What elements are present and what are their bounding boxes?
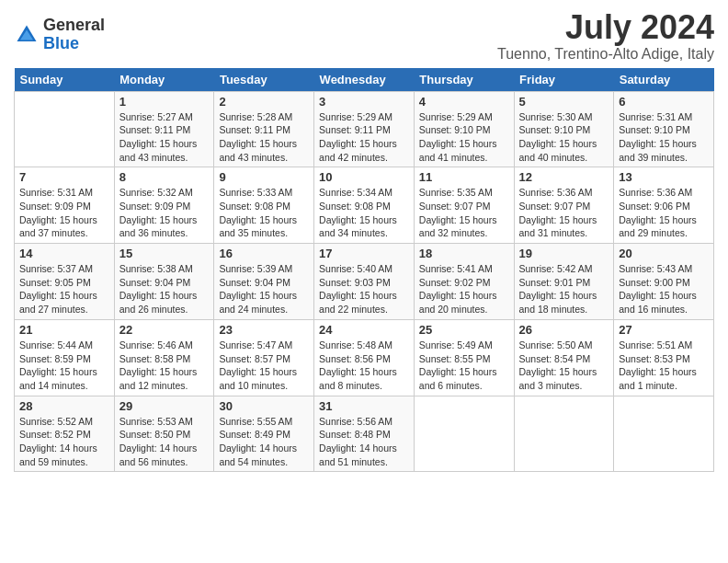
day-number: 25 [419, 323, 509, 337]
day-number: 31 [319, 399, 409, 413]
calendar-table: SundayMondayTuesdayWednesdayThursdayFrid… [14, 68, 714, 473]
calendar-cell [414, 396, 514, 472]
day-number: 22 [119, 323, 210, 337]
day-number: 1 [119, 95, 210, 109]
calendar-cell: 24Sunrise: 5:48 AM Sunset: 8:56 PM Dayli… [314, 319, 415, 396]
header: General Blue July 2024 Tuenno, Trentino-… [14, 9, 714, 63]
day-number: 19 [519, 247, 609, 260]
day-number: 5 [519, 95, 609, 109]
day-number: 9 [219, 170, 309, 184]
day-info: Sunrise: 5:31 AM Sunset: 9:10 PM Dayligh… [619, 110, 709, 165]
day-info: Sunrise: 5:36 AM Sunset: 9:06 PM Dayligh… [619, 186, 709, 240]
calendar-cell: 23Sunrise: 5:47 AM Sunset: 8:57 PM Dayli… [214, 319, 314, 396]
logo-general: General [43, 17, 105, 35]
day-number: 23 [219, 323, 309, 337]
day-number: 17 [319, 247, 409, 260]
calendar-cell: 11Sunrise: 5:35 AM Sunset: 9:07 PM Dayli… [414, 167, 514, 244]
day-info: Sunrise: 5:44 AM Sunset: 8:59 PM Dayligh… [19, 339, 109, 393]
calendar-cell: 31Sunrise: 5:56 AM Sunset: 8:48 PM Dayli… [314, 396, 415, 472]
day-info: Sunrise: 5:51 AM Sunset: 8:53 PM Dayligh… [619, 339, 709, 393]
logo: General Blue [14, 17, 105, 53]
day-info: Sunrise: 5:29 AM Sunset: 9:11 PM Dayligh… [319, 110, 409, 165]
day-info: Sunrise: 5:55 AM Sunset: 8:49 PM Dayligh… [219, 415, 309, 469]
header-cell-saturday: Saturday [614, 68, 714, 92]
calendar-cell: 27Sunrise: 5:51 AM Sunset: 8:53 PM Dayli… [614, 319, 714, 396]
day-number: 2 [219, 95, 309, 109]
day-number: 13 [619, 170, 709, 184]
day-info: Sunrise: 5:39 AM Sunset: 9:04 PM Dayligh… [219, 262, 309, 316]
day-number: 26 [519, 323, 609, 337]
day-number: 7 [19, 170, 109, 184]
day-info: Sunrise: 5:43 AM Sunset: 9:00 PM Dayligh… [619, 262, 709, 316]
day-number: 4 [419, 95, 509, 109]
calendar-cell: 10Sunrise: 5:34 AM Sunset: 9:08 PM Dayli… [314, 167, 415, 244]
day-number: 15 [119, 247, 210, 260]
calendar-week-row: 14Sunrise: 5:37 AM Sunset: 9:05 PM Dayli… [15, 244, 714, 320]
logo-text: General Blue [43, 17, 105, 53]
day-info: Sunrise: 5:34 AM Sunset: 9:08 PM Dayligh… [319, 186, 409, 240]
calendar-cell: 18Sunrise: 5:41 AM Sunset: 9:02 PM Dayli… [414, 244, 514, 320]
day-info: Sunrise: 5:30 AM Sunset: 9:10 PM Dayligh… [519, 110, 609, 165]
title-area: July 2024 Tuenno, Trentino-Alto Adige, I… [497, 9, 714, 63]
day-info: Sunrise: 5:31 AM Sunset: 9:09 PM Dayligh… [19, 186, 109, 240]
calendar-cell: 29Sunrise: 5:53 AM Sunset: 8:50 PM Dayli… [114, 396, 214, 472]
day-number: 12 [519, 170, 609, 184]
calendar-cell [15, 91, 115, 167]
calendar-cell: 14Sunrise: 5:37 AM Sunset: 9:05 PM Dayli… [15, 244, 115, 320]
day-info: Sunrise: 5:36 AM Sunset: 9:07 PM Dayligh… [519, 186, 609, 240]
day-info: Sunrise: 5:56 AM Sunset: 8:48 PM Dayligh… [319, 415, 409, 469]
calendar-cell [514, 396, 614, 472]
header-cell-friday: Friday [514, 68, 614, 92]
day-info: Sunrise: 5:41 AM Sunset: 9:02 PM Dayligh… [419, 262, 509, 316]
calendar-week-row: 7Sunrise: 5:31 AM Sunset: 9:09 PM Daylig… [15, 167, 714, 244]
calendar-cell: 28Sunrise: 5:52 AM Sunset: 8:52 PM Dayli… [15, 396, 115, 472]
day-number: 8 [119, 170, 210, 184]
calendar-cell: 30Sunrise: 5:55 AM Sunset: 8:49 PM Dayli… [214, 396, 314, 472]
calendar-cell: 21Sunrise: 5:44 AM Sunset: 8:59 PM Dayli… [15, 319, 115, 396]
day-number: 21 [19, 323, 109, 337]
header-cell-tuesday: Tuesday [214, 68, 314, 92]
calendar-cell: 6Sunrise: 5:31 AM Sunset: 9:10 PM Daylig… [614, 91, 714, 167]
day-number: 20 [619, 247, 709, 260]
logo-blue: Blue [43, 35, 105, 53]
day-info: Sunrise: 5:49 AM Sunset: 8:55 PM Dayligh… [419, 339, 509, 393]
calendar-cell: 7Sunrise: 5:31 AM Sunset: 9:09 PM Daylig… [15, 167, 115, 244]
calendar-cell: 4Sunrise: 5:29 AM Sunset: 9:10 PM Daylig… [414, 91, 514, 167]
calendar-cell: 2Sunrise: 5:28 AM Sunset: 9:11 PM Daylig… [214, 91, 314, 167]
day-info: Sunrise: 5:33 AM Sunset: 9:08 PM Dayligh… [219, 186, 309, 240]
header-cell-thursday: Thursday [414, 68, 514, 92]
day-info: Sunrise: 5:28 AM Sunset: 9:11 PM Dayligh… [219, 110, 309, 165]
calendar-cell: 22Sunrise: 5:46 AM Sunset: 8:58 PM Dayli… [114, 319, 214, 396]
calendar-header-row: SundayMondayTuesdayWednesdayThursdayFrid… [15, 68, 714, 92]
day-number: 3 [319, 95, 409, 109]
day-info: Sunrise: 5:27 AM Sunset: 9:11 PM Dayligh… [119, 110, 210, 165]
calendar-cell: 8Sunrise: 5:32 AM Sunset: 9:09 PM Daylig… [114, 167, 214, 244]
day-number: 6 [619, 95, 709, 109]
calendar-cell: 9Sunrise: 5:33 AM Sunset: 9:08 PM Daylig… [214, 167, 314, 244]
day-info: Sunrise: 5:50 AM Sunset: 8:54 PM Dayligh… [519, 339, 609, 393]
day-info: Sunrise: 5:52 AM Sunset: 8:52 PM Dayligh… [19, 415, 109, 469]
calendar-cell: 16Sunrise: 5:39 AM Sunset: 9:04 PM Dayli… [214, 244, 314, 320]
day-number: 27 [619, 323, 709, 337]
calendar-cell: 25Sunrise: 5:49 AM Sunset: 8:55 PM Dayli… [414, 319, 514, 396]
calendar-cell: 15Sunrise: 5:38 AM Sunset: 9:04 PM Dayli… [114, 244, 214, 320]
day-number: 28 [19, 399, 109, 413]
day-number: 24 [319, 323, 409, 337]
calendar-cell: 20Sunrise: 5:43 AM Sunset: 9:00 PM Dayli… [614, 244, 714, 320]
day-info: Sunrise: 5:48 AM Sunset: 8:56 PM Dayligh… [319, 339, 409, 393]
calendar-cell: 13Sunrise: 5:36 AM Sunset: 9:06 PM Dayli… [614, 167, 714, 244]
calendar-cell: 12Sunrise: 5:36 AM Sunset: 9:07 PM Dayli… [514, 167, 614, 244]
header-cell-sunday: Sunday [15, 68, 115, 92]
day-number: 29 [119, 399, 210, 413]
calendar-week-row: 1Sunrise: 5:27 AM Sunset: 9:11 PM Daylig… [15, 91, 714, 167]
day-info: Sunrise: 5:32 AM Sunset: 9:09 PM Dayligh… [119, 186, 210, 240]
day-info: Sunrise: 5:29 AM Sunset: 9:10 PM Dayligh… [419, 110, 509, 165]
day-info: Sunrise: 5:38 AM Sunset: 9:04 PM Dayligh… [119, 262, 210, 316]
day-info: Sunrise: 5:53 AM Sunset: 8:50 PM Dayligh… [119, 415, 210, 469]
calendar-cell: 26Sunrise: 5:50 AM Sunset: 8:54 PM Dayli… [514, 319, 614, 396]
calendar-week-row: 21Sunrise: 5:44 AM Sunset: 8:59 PM Dayli… [15, 319, 714, 396]
day-info: Sunrise: 5:42 AM Sunset: 9:01 PM Dayligh… [519, 262, 609, 316]
day-number: 11 [419, 170, 509, 184]
calendar-week-row: 28Sunrise: 5:52 AM Sunset: 8:52 PM Dayli… [15, 396, 714, 472]
header-cell-wednesday: Wednesday [314, 68, 415, 92]
